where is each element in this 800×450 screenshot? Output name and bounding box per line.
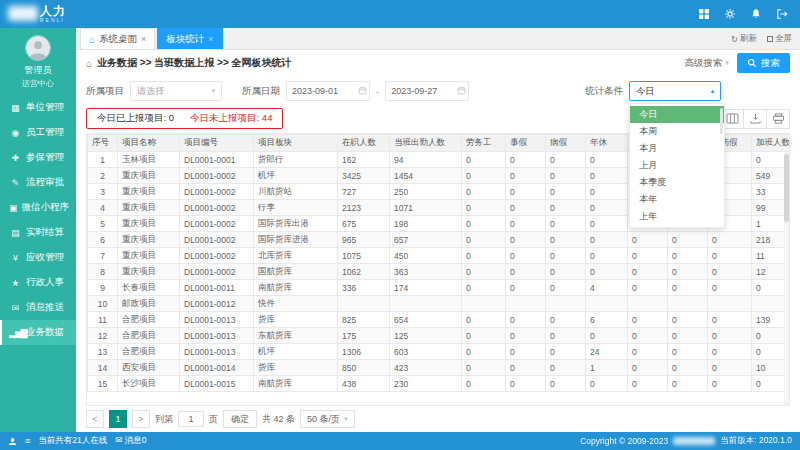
table-cell: 0 <box>506 152 546 168</box>
column-header: 事假 <box>506 135 546 152</box>
table-scrollbar[interactable] <box>784 152 789 405</box>
reported-label: 今日已上报项目: <box>97 112 166 123</box>
table-cell: 长春项目 <box>118 280 180 296</box>
pagination: < 1 > 到第 页 确定 共 42 条 50 条/页 ▾ <box>76 406 800 432</box>
export-icon[interactable] <box>743 109 767 129</box>
table-cell: 12 <box>88 328 118 344</box>
next-page-button[interactable]: > <box>132 410 150 428</box>
table-cell: 0 <box>708 312 752 328</box>
stat-select[interactable]: 今日 ▴ <box>629 81 721 101</box>
table-cell: 850 <box>338 360 390 376</box>
sidebar-item-receivable[interactable]: ¥应收管理 <box>0 245 76 270</box>
close-icon[interactable]: × <box>141 34 146 44</box>
table-cell: 0 <box>628 328 668 344</box>
table-cell: 0 <box>462 168 506 184</box>
table-cell: 0 <box>462 216 506 232</box>
sidebar-item-message-push[interactable]: ✉消息推送 <box>0 295 76 320</box>
table-cell: 14 <box>88 360 118 376</box>
fullscreen-button[interactable]: 全屏 <box>767 33 792 45</box>
table-cell: 1062 <box>338 264 390 280</box>
date-filter-label: 所属日期 <box>242 85 280 98</box>
table-row: 13合肥项目DL0001-0013机坪1306603000240000 <box>88 344 791 360</box>
sidebar-item-wechat-app[interactable]: ▣微信小程序NEW <box>0 195 76 220</box>
table-cell: DL0001-0002 <box>180 184 254 200</box>
goto-unit: 页 <box>209 413 218 426</box>
insurance-icon: ✚ <box>9 153 21 163</box>
page-size-value: 50 条/页 <box>307 413 340 426</box>
sidebar-item-approval[interactable]: ✎流程审批 <box>0 170 76 195</box>
tab-label: 系统桌面 <box>99 33 137 46</box>
advanced-search-toggle[interactable]: 高级搜索 ▾ <box>684 57 729 70</box>
table-cell: 1071 <box>390 200 462 216</box>
date-to-input[interactable] <box>385 81 469 101</box>
table-cell: 重庆项目 <box>118 200 180 216</box>
confirm-page-button[interactable]: 确定 <box>223 410 257 428</box>
tab-block-statistics[interactable]: 板块统计 × <box>157 28 222 49</box>
dropdown-option[interactable]: 本季度 <box>630 174 724 191</box>
dropdown-option[interactable]: 本年 <box>630 191 724 208</box>
money-icon: ¥ <box>9 253 21 263</box>
project-select[interactable]: 请选择 ▾ <box>130 81 222 101</box>
table-cell: 230 <box>390 376 462 392</box>
prev-page-button[interactable]: < <box>86 410 104 428</box>
scrollbar-thumb[interactable] <box>784 154 789 222</box>
close-icon[interactable]: × <box>208 34 213 44</box>
logout-icon[interactable] <box>776 8 788 20</box>
page-size-select[interactable]: 50 条/页 ▾ <box>300 410 355 428</box>
table-cell: DL0001-0013 <box>180 312 254 328</box>
table-cell: 0 <box>628 312 668 328</box>
table-cell: 0 <box>586 328 628 344</box>
table-cell: 0 <box>628 376 668 392</box>
table-cell: 0 <box>708 232 752 248</box>
settings-gear-icon[interactable] <box>724 8 736 20</box>
user-profile[interactable]: 管理员 运营中心 <box>0 28 76 95</box>
sidebar-item-hr[interactable]: ★行政人事 <box>0 270 76 295</box>
refresh-button[interactable]: ↻刷新 <box>731 33 757 45</box>
menu-icon[interactable]: ≡ <box>25 436 30 446</box>
sidebar-item-settlement[interactable]: ▤实时结算 <box>0 220 76 245</box>
table-cell: 南航货库 <box>254 280 338 296</box>
search-button[interactable]: 搜索 <box>737 53 790 73</box>
home-icon: ⌂ <box>86 58 92 69</box>
page-button-1[interactable]: 1 <box>109 410 127 428</box>
table-cell: 0 <box>506 360 546 376</box>
sidebar-item-staff[interactable]: ◉员工管理 <box>0 120 76 145</box>
table-cell: 0 <box>708 328 752 344</box>
table-cell: 1306 <box>338 344 390 360</box>
message-count[interactable]: ✉ 消息0 <box>115 435 146 447</box>
stat-select-wrap: 今日 ▴ 今日本周本月上月本季度本年上年 <box>629 81 721 101</box>
table-cell: 货库 <box>254 360 338 376</box>
date-from-input[interactable] <box>286 81 370 101</box>
print-icon[interactable] <box>766 109 790 129</box>
logo-censored-block <box>8 6 38 21</box>
table-cell: DL0001-0002 <box>180 216 254 232</box>
sidebar-item-label: 员工管理 <box>26 126 64 139</box>
table-cell: 1 <box>586 360 628 376</box>
sidebar-item-insurance[interactable]: ✚参保管理 <box>0 145 76 170</box>
chevron-down-icon: ▾ <box>725 59 729 67</box>
table-cell: 825 <box>338 312 390 328</box>
dropdown-option[interactable]: 上年 <box>630 208 724 225</box>
tab-system-desktop[interactable]: ⌂ 系统桌面 × <box>80 28 155 49</box>
sidebar-item-business-data[interactable]: ▂▅▇业务数据 <box>0 320 76 345</box>
table-cell: 0 <box>546 184 586 200</box>
dropdown-option[interactable]: 今日 <box>630 106 724 123</box>
user-department: 运营中心 <box>22 78 54 89</box>
apps-grid-icon[interactable] <box>698 8 710 20</box>
project-filter-label: 所属项目 <box>86 85 124 98</box>
mail-icon: ✉ <box>115 435 122 445</box>
sidebar-item-label: 参保管理 <box>26 151 64 164</box>
table-cell: 0 <box>586 232 628 248</box>
dropdown-option[interactable]: 本月 <box>630 140 724 157</box>
table-cell: 0 <box>546 344 586 360</box>
table-cell: 0 <box>546 152 586 168</box>
dropdown-option[interactable]: 本周 <box>630 123 724 140</box>
sidebar-item-unit[interactable]: ▦单位管理 <box>0 95 76 120</box>
notification-bell-icon[interactable] <box>750 8 762 20</box>
goto-page-input[interactable] <box>178 411 204 427</box>
table-cell: 0 <box>506 344 546 360</box>
table-cell: 654 <box>390 312 462 328</box>
sidebar-item-label: 微信小程序 <box>22 201 70 214</box>
table-cell: 0 <box>668 360 708 376</box>
dropdown-option[interactable]: 上月 <box>630 157 724 174</box>
